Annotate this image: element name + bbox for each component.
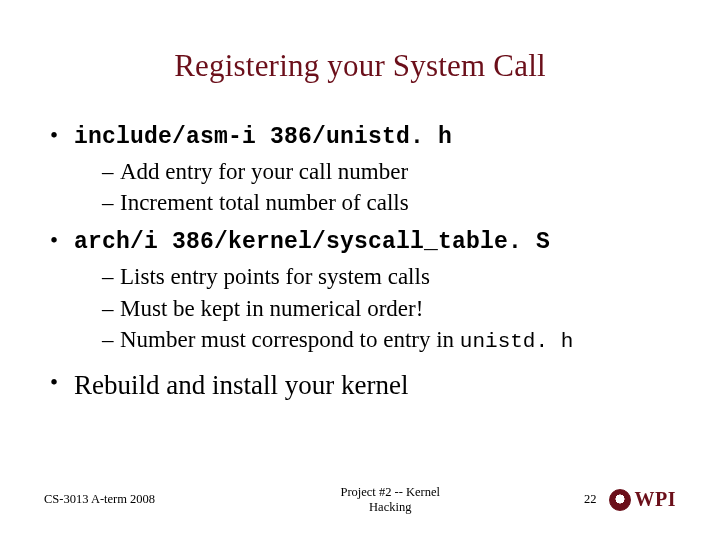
footer-left: CS-3013 A-term 2008: [44, 492, 244, 507]
sub-list: Add entry for your call number Increment…: [74, 156, 676, 219]
sub-item: Increment total number of calls: [102, 187, 676, 219]
sub-item: Number must correspond to entry in unist…: [102, 324, 676, 357]
slide: Registering your System Call include/asm…: [0, 0, 720, 540]
footer-center-line: Project #2 -- Kernel: [244, 485, 537, 499]
footer-center: Project #2 -- Kernel Hacking: [244, 485, 537, 514]
bullet-head: Rebuild and install your kernel: [74, 370, 408, 400]
inline-code: unistd. h: [460, 330, 573, 353]
sub-item: Lists entry points for system calls: [102, 261, 676, 293]
slide-title: Registering your System Call: [44, 48, 676, 84]
sub-item: Add entry for your call number: [102, 156, 676, 188]
footer-logo: WPI: [609, 488, 677, 511]
sub-item-text: Number must correspond to entry in: [120, 327, 460, 352]
seal-icon: [609, 489, 631, 511]
footer-center-line: Hacking: [244, 500, 537, 514]
sub-list: Lists entry points for system calls Must…: [74, 261, 676, 357]
bullet-head: arch/i 386/kernel/syscall_table. S: [74, 229, 550, 255]
sub-item: Must be kept in numerical order!: [102, 293, 676, 325]
bullet-item: arch/i 386/kernel/syscall_table. S Lists…: [50, 225, 676, 357]
bullet-list: include/asm-i 386/unistd. h Add entry fo…: [44, 120, 676, 405]
bullet-item: include/asm-i 386/unistd. h Add entry fo…: [50, 120, 676, 219]
footer-page-number: 22: [537, 492, 609, 507]
brand-text: WPI: [635, 488, 677, 511]
slide-footer: CS-3013 A-term 2008 Project #2 -- Kernel…: [0, 485, 720, 514]
bullet-head: include/asm-i 386/unistd. h: [74, 124, 452, 150]
bullet-item: Rebuild and install your kernel: [50, 367, 676, 404]
